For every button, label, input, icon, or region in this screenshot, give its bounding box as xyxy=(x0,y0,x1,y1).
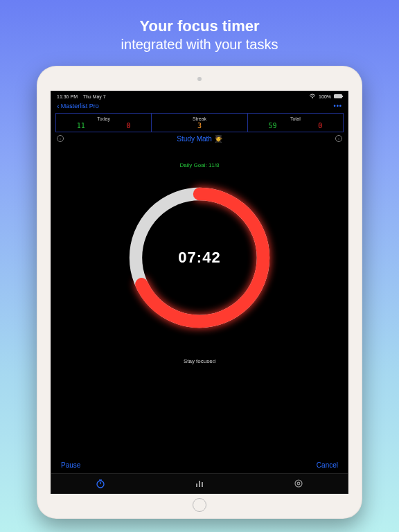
tab-bar xyxy=(51,473,348,493)
svg-point-6 xyxy=(297,482,300,485)
stats-row: Today 11 0 Streak 3 Total 59 0 xyxy=(55,113,344,132)
nav-bar: ‹ Masterlist Pro ••• xyxy=(51,101,348,113)
stat-streak-label: Streak xyxy=(152,116,247,121)
task-bar: ‹ Study Math 🧑‍🎓 › xyxy=(57,135,342,143)
timer-subtext: Stay focused xyxy=(184,358,215,364)
wifi-icon xyxy=(309,94,316,100)
promo-header: Your focus timer integrated with your ta… xyxy=(121,17,278,53)
stat-today-missed: 0 xyxy=(126,122,130,130)
battery-icon xyxy=(334,94,342,98)
cancel-button[interactable]: Cancel xyxy=(317,461,338,469)
timer-icon xyxy=(96,479,105,490)
promo-subtitle: integrated with your tasks xyxy=(121,36,278,53)
timer-area: Daily Goal: 11/8 07:42 Stay focused xyxy=(51,143,348,457)
back-button[interactable]: ‹ Masterlist Pro xyxy=(57,103,99,110)
stat-today-done: 11 xyxy=(77,122,85,130)
device-home-button xyxy=(193,498,206,512)
stat-today-label: Today xyxy=(56,116,151,121)
status-right: 100% xyxy=(309,94,342,100)
next-task-button[interactable]: › xyxy=(335,135,342,142)
stat-total-missed: 0 xyxy=(318,122,322,130)
chevron-left-icon: ‹ xyxy=(57,103,60,110)
stat-streak-value: 3 xyxy=(197,122,202,130)
stat-total-done: 59 xyxy=(268,122,276,130)
svg-point-5 xyxy=(295,480,302,487)
status-left: 11:36 PM Thu May 7 xyxy=(57,94,106,99)
svg-point-0 xyxy=(312,97,313,98)
stat-today: Today 11 0 xyxy=(56,114,152,132)
prev-task-button[interactable]: ‹ xyxy=(57,135,64,142)
device-camera xyxy=(197,77,202,81)
app-screen: 11:36 PM Thu May 7 100% ‹ Masterlist Pro… xyxy=(51,91,348,494)
status-bar: 11:36 PM Thu May 7 100% xyxy=(51,91,348,101)
bars-icon xyxy=(196,481,203,487)
progress-ring: 07:42 xyxy=(120,178,279,337)
task-title[interactable]: Study Math 🧑‍🎓 xyxy=(177,135,222,143)
timer-time: 07:42 xyxy=(178,249,220,267)
stat-streak: Streak 3 xyxy=(152,114,247,132)
status-time: 11:36 PM xyxy=(57,94,78,99)
back-label: Masterlist Pro xyxy=(61,103,99,109)
stat-total: Total 59 0 xyxy=(248,114,343,132)
device-frame: 11:36 PM Thu May 7 100% ‹ Masterlist Pro… xyxy=(37,66,362,519)
tab-timer[interactable] xyxy=(94,479,107,489)
more-button[interactable]: ••• xyxy=(334,103,342,109)
status-date: Thu May 7 xyxy=(83,94,106,99)
tab-stats[interactable] xyxy=(193,479,206,489)
gear-icon xyxy=(294,479,303,490)
pause-button[interactable]: Pause xyxy=(61,461,80,469)
tab-settings[interactable] xyxy=(292,479,305,489)
stat-total-label: Total xyxy=(248,116,343,121)
daily-goal-label: Daily Goal: 11/8 xyxy=(180,162,220,168)
bottom-actions: Pause Cancel xyxy=(51,457,348,473)
battery-pct: 100% xyxy=(319,94,331,99)
promo-title: Your focus timer xyxy=(121,17,278,36)
